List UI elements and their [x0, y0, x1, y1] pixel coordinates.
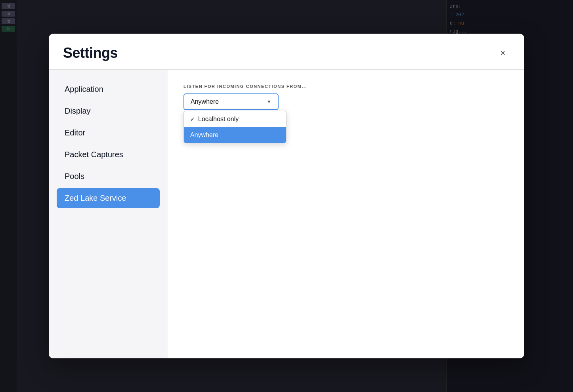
connection-select-button[interactable]: Anywhere ▼ [183, 93, 279, 110]
dropdown-option-anywhere[interactable]: Anywhere [184, 127, 286, 143]
modal-header: Settings × [49, 34, 524, 70]
nav-item-application[interactable]: Application [57, 79, 160, 99]
check-icon: ✓ [190, 116, 195, 122]
settings-nav: Application Display Editor Packet Captur… [49, 70, 168, 358]
nav-item-display[interactable]: Display [57, 101, 160, 121]
nav-item-pools[interactable]: Pools [57, 166, 160, 186]
modal-body: Application Display Editor Packet Captur… [49, 70, 524, 358]
nav-item-editor[interactable]: Editor [57, 123, 160, 143]
option-localhost-label: Localhost only [198, 116, 239, 123]
nav-item-zed-lake-service[interactable]: Zed Lake Service [57, 188, 160, 208]
modal-overlay: Settings × Application Display Editor Pa… [0, 0, 573, 392]
chevron-down-icon: ▼ [267, 99, 271, 105]
section-label: LISTEN FOR INCOMING CONNECTIONS FROM... [183, 84, 508, 89]
nav-item-packet-captures[interactable]: Packet Captures [57, 145, 160, 165]
dropdown-option-localhost[interactable]: ✓ Localhost only [184, 111, 286, 127]
modal-title: Settings [63, 45, 118, 61]
select-current-value: Anywhere [191, 98, 219, 105]
option-anywhere-label: Anywhere [190, 131, 218, 139]
main-content-area: LISTEN FOR INCOMING CONNECTIONS FROM... … [168, 70, 524, 358]
close-button[interactable]: × [496, 46, 510, 60]
connection-dropdown-wrapper: Anywhere ▼ ✓ Localhost only Anywhere [183, 93, 279, 110]
connection-dropdown-menu: ✓ Localhost only Anywhere [183, 111, 286, 143]
settings-modal: Settings × Application Display Editor Pa… [49, 34, 524, 358]
